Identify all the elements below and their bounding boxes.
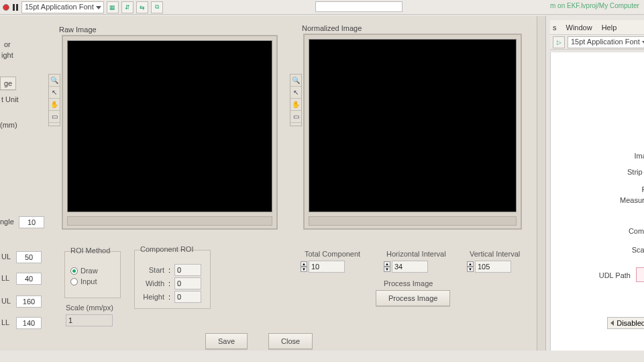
front-panel: or ight ge t Unit (mm) ngle UL LL UL LL …: [0, 16, 541, 351]
udl-path-node-icon[interactable]: [636, 267, 644, 282]
font-selector-label: 15pt Application Font: [25, 3, 94, 11]
pointer-icon[interactable]: ↖: [290, 87, 301, 99]
button-fragment-ge[interactable]: ge: [0, 77, 16, 90]
component-roi-legend: Component ROI: [139, 245, 195, 253]
zoom-icon[interactable]: 🔍: [49, 75, 60, 87]
align-icon-2[interactable]: ⇵: [121, 1, 133, 13]
radio-off-icon: [70, 278, 78, 285]
pause-icon[interactable]: [12, 4, 19, 11]
roi-input-radio[interactable]: Input: [70, 277, 115, 285]
scale-px-input[interactable]: [66, 314, 113, 326]
ll2-input[interactable]: [16, 317, 42, 329]
total-component-label: Total Component: [305, 250, 360, 258]
width-label: Width: [140, 279, 164, 287]
h-interval-input[interactable]: [392, 261, 428, 273]
main-toolbar: 15pt Application Font ▦ ⇵ ⇆ ⧉: [0, 0, 644, 15]
ll1-input[interactable]: [16, 273, 42, 285]
norm-tool-palette: 🔍 ↖ ✋ ▭: [290, 74, 302, 126]
align-icon-3[interactable]: ⇆: [136, 1, 148, 13]
ul2-label: UL: [1, 297, 11, 305]
menu-help[interactable]: Help: [602, 24, 617, 32]
spin-down-icon[interactable]: ▼: [467, 267, 474, 272]
process-image-label: Process Image: [384, 279, 433, 287]
disabled-selector[interactable]: Disabled: [607, 317, 644, 329]
chevron-left-icon: [610, 320, 614, 326]
scale-px-label: Scale (mm/px): [66, 304, 113, 312]
secondary-menu-bar: s Window Help: [550, 20, 644, 35]
h-interval-spinner[interactable]: ▲▼: [384, 261, 428, 273]
menu-fragment-s[interactable]: s: [553, 24, 557, 32]
spin-down-icon[interactable]: ▼: [384, 267, 390, 272]
ul2-input[interactable]: [16, 296, 42, 308]
roi-method-legend: ROI Method: [69, 246, 111, 255]
spin-up-icon[interactable]: ▲: [467, 261, 474, 267]
norm-image-canvas: [309, 39, 517, 212]
roi-draw-radio[interactable]: Draw: [70, 267, 115, 275]
process-image-button[interactable]: Process Image: [376, 290, 450, 306]
hand-icon[interactable]: ✋: [49, 99, 60, 111]
raw-image-caption: [67, 216, 272, 226]
start-input[interactable]: [174, 264, 201, 276]
norm-image-label: Normalized Image: [302, 24, 362, 32]
spin-up-icon[interactable]: ▲: [384, 261, 390, 267]
label-fragment-ight: ight: [1, 51, 13, 59]
rlabel-compor: Compor: [629, 227, 644, 235]
rlabel-scale: Scale (: [632, 246, 644, 254]
ul1-label: UL: [1, 253, 11, 261]
total-component-spinner[interactable]: ▲▼: [301, 261, 345, 273]
component-roi-group: Component ROI Start : Width : Height :: [134, 250, 211, 309]
rect-icon[interactable]: ▭: [49, 111, 60, 123]
font-selector[interactable]: 15pt Application Font: [21, 1, 104, 13]
height-input[interactable]: [174, 291, 201, 303]
rlabel-image: Image: [634, 152, 644, 160]
spin-up-icon[interactable]: ▲: [301, 261, 307, 267]
v-interval-input[interactable]: [475, 261, 511, 273]
save-button[interactable]: Save: [205, 333, 248, 349]
raw-image-canvas: [67, 40, 272, 212]
norm-image-caption: [309, 216, 517, 226]
rlabel-udl: UDL Path: [599, 271, 631, 279]
ll2-label: LL: [1, 318, 9, 326]
run-indicator-icon[interactable]: [3, 4, 9, 11]
label-fragment-tunit: t Unit: [1, 95, 19, 103]
rect-icon[interactable]: ▭: [290, 111, 301, 123]
close-button[interactable]: Close: [268, 333, 313, 349]
angle-label: ngle: [0, 218, 14, 226]
rlabel-meas: Measurem: [620, 196, 644, 204]
height-label: Height: [140, 293, 164, 301]
secondary-toolbar: ▷ 15pt Application Font: [550, 35, 644, 50]
label-fragment-mm: (mm): [0, 121, 17, 129]
sec-font-selector[interactable]: 15pt Application Font: [568, 36, 644, 48]
pointer-icon[interactable]: ↖: [49, 87, 60, 99]
ll1-label: LL: [1, 274, 9, 282]
front-panel-scrollbar[interactable]: [537, 16, 546, 351]
reorder-icon[interactable]: ⧉: [151, 1, 163, 13]
rlabel-roi: ROI: [641, 185, 644, 193]
sec-run-icon[interactable]: ▷: [553, 36, 565, 48]
roi-method-group: ROI Method Draw Input: [64, 251, 121, 298]
v-interval-spinner[interactable]: ▲▼: [467, 261, 511, 273]
roi-draw-label: Draw: [80, 267, 98, 275]
disabled-label: Disabled: [616, 319, 644, 327]
width-input[interactable]: [174, 277, 201, 289]
raw-image-display[interactable]: [62, 35, 278, 230]
v-interval-label: Vertical Interval: [470, 250, 520, 258]
hand-icon[interactable]: ✋: [290, 99, 301, 111]
total-component-input[interactable]: [309, 261, 345, 273]
zoom-icon[interactable]: 🔍: [290, 75, 301, 87]
norm-image-display[interactable]: [303, 34, 522, 230]
menu-window[interactable]: Window: [566, 24, 592, 32]
ul1-input[interactable]: [16, 251, 42, 263]
rlabel-strip: Strip Ma: [627, 168, 644, 176]
start-label: Start: [140, 266, 164, 274]
align-icon-1[interactable]: ▦: [107, 1, 119, 13]
spin-down-icon[interactable]: ▼: [301, 267, 307, 272]
search-input[interactable]: [315, 1, 402, 12]
raw-image-label: Raw Image: [59, 26, 97, 34]
secondary-window-title: m on EKF.lvproj/My Computer: [550, 2, 644, 9]
chevron-down-icon: [96, 6, 101, 9]
roi-input-label: Input: [80, 277, 97, 285]
label-fragment-or: or: [4, 40, 11, 48]
angle-input[interactable]: [19, 216, 44, 228]
raw-tool-palette: 🔍 ↖ ✋ ▭: [48, 74, 60, 126]
